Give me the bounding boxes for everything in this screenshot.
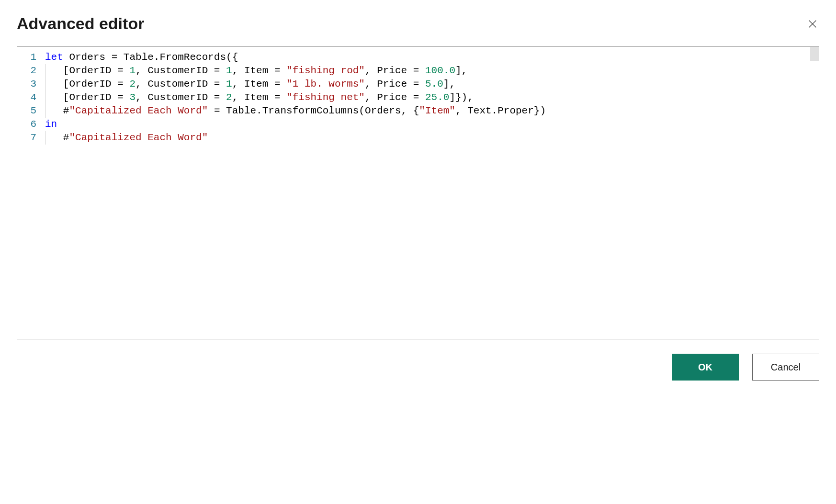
line-number-gutter: 1234567 [17,47,45,339]
line-number: 6 [17,118,45,131]
page-title: Advanced editor [17,14,144,33]
code-line[interactable]: [OrderID = 1, CustomerID = 1, Item = "fi… [45,64,819,78]
ok-button[interactable]: OK [672,354,739,381]
line-number: 7 [17,131,45,145]
line-number: 2 [17,64,45,78]
code-line[interactable]: #"Capitalized Each Word" [45,131,819,145]
scrollbar-thumb[interactable] [810,47,819,61]
code-line[interactable]: [OrderID = 3, CustomerID = 2, Item = "fi… [45,91,819,104]
code-line[interactable]: [OrderID = 2, CustomerID = 1, Item = "1 … [45,78,819,91]
code-line[interactable]: let Orders = Table.FromRecords({ [45,51,819,64]
dialog-footer: OK Cancel [17,354,819,381]
close-icon [807,19,818,29]
code-content[interactable]: let Orders = Table.FromRecords({ [OrderI… [45,47,819,339]
code-line[interactable]: #"Capitalized Each Word" = Table.Transfo… [45,104,819,118]
line-number: 4 [17,91,45,104]
close-button[interactable] [806,17,819,31]
dialog-header: Advanced editor [17,14,819,33]
code-line[interactable]: in [45,118,819,131]
line-number: 5 [17,104,45,118]
line-number: 3 [17,78,45,91]
code-editor[interactable]: 1234567 let Orders = Table.FromRecords({… [17,46,819,339]
cancel-button[interactable]: Cancel [752,354,819,381]
line-number: 1 [17,51,45,64]
